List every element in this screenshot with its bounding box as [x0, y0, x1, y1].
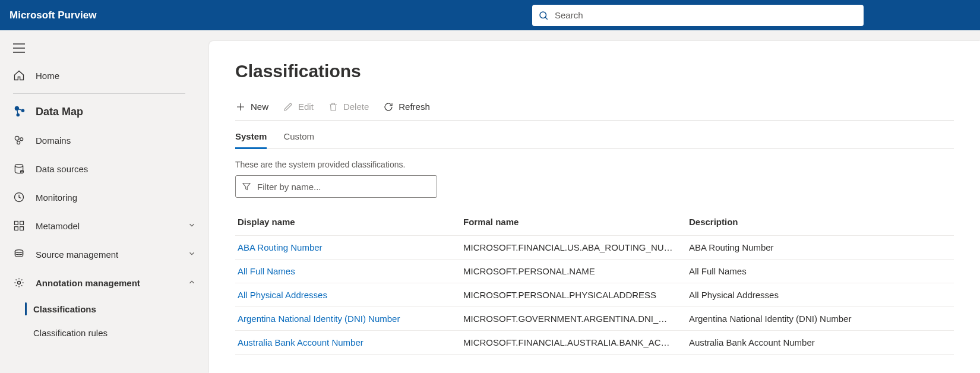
table-row[interactable]: All Full Names MICROSOFT.PERSONAL.NAME A…	[235, 260, 954, 283]
delete-button: Delete	[328, 102, 369, 112]
source-management-icon	[13, 248, 29, 260]
table-row[interactable]: ABA Routing Number MICROSOFT.FINANCIAL.U…	[235, 236, 954, 260]
svg-rect-18	[15, 222, 18, 225]
cell-formal-name: MICROSOFT.PERSONAL.NAME	[461, 266, 687, 276]
cell-description: ABA Routing Number	[687, 242, 954, 252]
svg-point-22	[15, 250, 23, 253]
header: Microsoft Purview	[0, 0, 980, 30]
delete-icon	[328, 102, 339, 112]
sidebar-item-label: Source management	[36, 249, 118, 260]
col-formal-name[interactable]: Formal name	[461, 217, 687, 227]
table-row[interactable]: Argentina National Identity (DNI) Number…	[235, 307, 954, 331]
svg-rect-20	[15, 227, 18, 230]
filter-icon	[242, 182, 251, 191]
cell-display-name[interactable]: ABA Routing Number	[235, 242, 461, 252]
home-icon	[13, 69, 29, 81]
sidebar-subitem-classification-rules[interactable]: Classification rules	[0, 321, 209, 344]
cell-formal-name: MICROSOFT.GOVERNMENT.ARGENTINA.DNI_…	[461, 314, 687, 324]
table-row[interactable]: All Physical Addresses MICROSOFT.PERSONA…	[235, 283, 954, 307]
sidebar-item-label: Metamodel	[36, 221, 80, 231]
sidebar: Home Data Map Domains Data sources	[0, 30, 209, 373]
toolbar-label: Edit	[298, 102, 314, 112]
sidebar-item-label: Domains	[36, 135, 71, 146]
svg-rect-21	[20, 227, 24, 230]
annotation-icon	[13, 277, 29, 289]
search-icon	[538, 10, 549, 21]
sidebar-subitem-classifications[interactable]: Classifications	[0, 297, 209, 321]
metamodel-icon	[13, 220, 29, 232]
cell-display-name[interactable]: All Physical Addresses	[235, 290, 461, 300]
sidebar-item-annotation-management[interactable]: Annotation management	[0, 268, 209, 297]
cell-formal-name: MICROSOFT.FINANCIAL.US.ABA_ROUTING_NU…	[461, 242, 687, 252]
edit-button: Edit	[283, 102, 314, 112]
data-sources-icon	[13, 163, 29, 175]
toolbar-label: Delete	[343, 102, 369, 112]
data-map-icon	[13, 105, 29, 118]
table-row[interactable]: Australia Bank Account Number MICROSOFT.…	[235, 331, 954, 355]
filter-input[interactable]	[257, 182, 431, 192]
cell-display-name[interactable]: Argentina National Identity (DNI) Number	[235, 314, 461, 324]
toolbar-label: Refresh	[399, 102, 430, 112]
svg-marker-26	[243, 184, 250, 190]
toolbar: New Edit Delete Refresh	[235, 97, 954, 121]
hamburger-icon	[13, 43, 25, 53]
refresh-button[interactable]: Refresh	[383, 102, 430, 112]
cell-description: All Full Names	[687, 266, 954, 276]
cell-display-name[interactable]: Australia Bank Account Number	[235, 337, 461, 347]
sidebar-subitem-label: Classification rules	[33, 328, 108, 338]
new-button[interactable]: New	[235, 102, 268, 112]
plus-icon	[235, 102, 246, 112]
svg-point-23	[18, 282, 21, 285]
edit-icon	[283, 102, 293, 112]
svg-rect-19	[20, 222, 24, 225]
cell-description: Argentina National Identity (DNI) Number	[687, 314, 954, 324]
main-content: Classifications New Edit Delete Refresh …	[209, 41, 980, 373]
table-header: Display name Formal name Description	[235, 208, 954, 236]
search-box[interactable]	[532, 5, 864, 26]
col-display-name[interactable]: Display name	[235, 217, 461, 227]
sidebar-item-monitoring[interactable]: Monitoring	[0, 183, 209, 211]
sidebar-section-label: Data Map	[36, 106, 83, 118]
sidebar-item-home[interactable]: Home	[0, 61, 209, 90]
svg-point-0	[540, 12, 546, 18]
sidebar-section-data-map[interactable]: Data Map	[0, 97, 209, 126]
sidebar-item-label: Monitoring	[36, 192, 77, 203]
svg-point-12	[17, 141, 20, 144]
cell-description: All Physical Addresses	[687, 290, 954, 300]
tab-custom[interactable]: Custom	[283, 123, 314, 148]
refresh-icon	[383, 102, 394, 112]
toolbar-label: New	[251, 102, 268, 112]
page-title: Classifications	[235, 61, 954, 81]
chevron-down-icon	[188, 221, 196, 231]
sidebar-item-label: Home	[36, 71, 59, 81]
col-description[interactable]: Description	[687, 217, 954, 227]
hint-text: These are the system provided classifica…	[235, 160, 954, 169]
sidebar-item-data-sources[interactable]: Data sources	[0, 154, 209, 183]
svg-point-11	[20, 138, 23, 141]
filter-box[interactable]	[235, 175, 437, 198]
svg-point-10	[15, 136, 19, 140]
cell-display-name[interactable]: All Full Names	[235, 266, 461, 276]
monitoring-icon	[13, 191, 29, 203]
chevron-up-icon	[188, 278, 196, 288]
sidebar-item-source-management[interactable]: Source management	[0, 240, 209, 268]
sidebar-item-label: Annotation management	[36, 278, 140, 288]
search-input[interactable]	[555, 10, 858, 20]
tab-system[interactable]: System	[235, 123, 267, 148]
classifications-table: Display name Formal name Description ABA…	[235, 208, 954, 355]
chevron-down-icon	[188, 249, 196, 260]
domains-icon	[13, 134, 29, 146]
cell-formal-name: MICROSOFT.FINANCIAL.AUSTRALIA.BANK_AC…	[461, 337, 687, 347]
sidebar-subitem-label: Classifications	[33, 304, 96, 314]
sidebar-item-domains[interactable]: Domains	[0, 126, 209, 154]
app-title: Microsoft Purview	[10, 10, 96, 21]
svg-line-1	[545, 17, 548, 20]
hamburger-button[interactable]	[0, 37, 209, 61]
cell-description: Australia Bank Account Number	[687, 337, 954, 347]
sidebar-item-metamodel[interactable]: Metamodel	[0, 211, 209, 240]
svg-point-13	[15, 165, 23, 167]
tabs: System Custom	[235, 123, 954, 149]
sidebar-item-label: Data sources	[36, 164, 88, 174]
cell-formal-name: MICROSOFT.PERSONAL.PHYSICALADDRESS	[461, 290, 687, 300]
nav-divider	[13, 93, 185, 94]
